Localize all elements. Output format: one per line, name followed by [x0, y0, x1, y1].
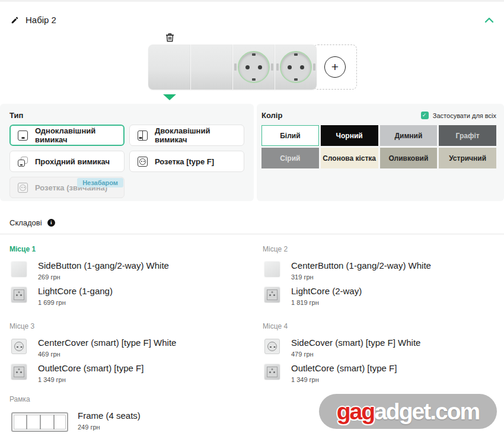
component-price: 249 грн	[78, 424, 141, 431]
component-item: SideButton (1-gang/2-way) White 269 грн	[9, 260, 250, 281]
type-option-label: Прохідний вимикач	[35, 157, 110, 166]
component-item: CenterCover (smart) [type F] White 469 г…	[9, 338, 250, 358]
coming-soon-badge: Незабаром	[77, 178, 123, 187]
group-label: Рамка	[9, 395, 250, 403]
plus-icon: +	[324, 56, 346, 78]
module-switch-1[interactable]	[148, 44, 190, 90]
cover-thumb-icon	[264, 339, 280, 354]
component-item: OutletCore (smart) [type F] 1 349 грн	[263, 363, 503, 383]
component-item: LightCore (2-way) 1 819 грн	[263, 286, 503, 306]
core-thumb-icon	[264, 287, 280, 303]
type-section-label: Тип	[9, 111, 244, 120]
trash-icon[interactable]	[165, 33, 174, 42]
group-label: Місце 2	[263, 245, 503, 253]
type-option-label: Одноклавішний вимикач	[35, 126, 123, 144]
core-thumb-icon	[11, 287, 27, 303]
apply-all-label: Застосувати для всіх	[433, 112, 496, 119]
core-thumb-icon	[264, 364, 280, 380]
gagadget-watermark: gagadget.com	[319, 394, 497, 429]
type-option-label: Двоклавішний вимикач	[155, 126, 244, 144]
type-option-pass-through[interactable]: Прохідний вимикач	[9, 151, 125, 172]
swatch-black[interactable]: Чорний	[321, 125, 378, 146]
type-option-socket-regular: Розетка (звичайна) Незабаром	[9, 177, 125, 198]
group-label: Місце 1	[9, 245, 250, 253]
two-gang-switch-icon	[138, 131, 148, 141]
one-gang-switch-icon	[18, 131, 28, 141]
component-title: OutletCore (smart) [type F]	[38, 363, 143, 373]
module-switch-2[interactable]	[190, 44, 232, 90]
core-thumb-icon	[11, 364, 27, 380]
component-group-place-2: Місце 2 CenterButton (1-gang/2-way) Whit…	[263, 245, 503, 311]
checkbox-checked-icon[interactable]	[421, 112, 429, 119]
components-header: Складові	[9, 218, 55, 227]
pencil-edit-icon[interactable]	[11, 16, 19, 24]
type-option-socket-type-f[interactable]: Розетка [type F]	[129, 151, 244, 172]
swatch-oyster[interactable]: Устричний	[439, 148, 496, 168]
component-price: 269 грн	[38, 273, 169, 281]
component-item: OutletCore (smart) [type F] 1 349 грн	[9, 363, 250, 383]
type-panel: Тип Одноклавішний вимикач Двоклавішний в…	[0, 104, 254, 201]
component-group-frame: Рамка Frame (4 seats) 249 грн	[9, 395, 250, 436]
swatch-gray[interactable]: Сірий	[261, 148, 319, 168]
component-price: 1 349 грн	[291, 376, 397, 383]
socket-face-icon	[238, 51, 270, 83]
type-options: Одноклавішний вимикач Двоклавішний вимик…	[9, 125, 244, 198]
pass-through-switch-icon	[18, 157, 28, 167]
component-title: OutletCore (smart) [type F]	[291, 363, 397, 373]
module-socket-3[interactable]	[232, 44, 275, 90]
component-title: CenterCover (smart) [type F] White	[38, 338, 176, 348]
component-title: SideCover (smart) [type F] White	[291, 338, 420, 348]
component-item: Frame (4 seats) 249 грн	[9, 410, 250, 432]
component-group-place-4: Місце 4 SideCover (smart) [type F] White…	[263, 322, 503, 389]
swatch-white[interactable]: Білий	[261, 125, 319, 146]
cover-thumb-icon	[11, 339, 27, 354]
socket-regular-icon	[18, 183, 28, 193]
watermark-text-red: gag	[337, 399, 374, 425]
set-configurator: Набір 2	[0, 0, 504, 436]
set-preview: +	[148, 33, 363, 104]
component-item: LightCore (1-gang) 1 699 грн	[9, 286, 250, 306]
info-icon[interactable]	[47, 219, 55, 227]
module-socket-4[interactable]	[275, 44, 317, 90]
button-thumb-icon	[11, 262, 27, 277]
set-header: Набір 2	[11, 15, 56, 25]
type-option-one-gang[interactable]: Одноклавішний вимикач	[9, 125, 125, 146]
module-strip: +	[148, 44, 357, 90]
socket-face-icon	[280, 51, 312, 83]
component-price: 1 349 грн	[38, 376, 143, 383]
button-thumb-icon	[264, 262, 280, 277]
frame-thumb-icon	[11, 412, 68, 432]
color-swatches: Білий Чорний Димний Графіт Сірий Слонова…	[261, 125, 496, 168]
component-price: 469 грн	[38, 351, 176, 358]
group-label: Місце 4	[263, 322, 503, 330]
component-price: 1 699 грн	[38, 299, 113, 306]
add-module-button[interactable]: +	[313, 44, 357, 90]
color-section-label: Колір	[261, 111, 282, 120]
type-option-two-gang[interactable]: Двоклавішний вимикач	[129, 125, 244, 146]
components-label: Складові	[9, 218, 42, 227]
group-label: Місце 3	[9, 322, 250, 330]
chevron-up-icon[interactable]	[484, 16, 495, 24]
component-group-place-1: Місце 1 SideButton (1-gang/2-way) White …	[9, 245, 250, 311]
apply-all-checkbox-row[interactable]: Застосувати для всіх	[421, 112, 496, 119]
component-item: SideCover (smart) [type F] White 479 грн	[263, 338, 503, 358]
component-title: CenterButton (1-gang/2-way) White	[291, 260, 431, 270]
selected-module-pointer	[163, 94, 176, 100]
swatch-ivory[interactable]: Слонова кістка	[321, 148, 378, 168]
swatch-olive[interactable]: Оливковий	[380, 148, 438, 168]
component-title: LightCore (2-way)	[291, 286, 362, 296]
watermark-text-white: adget.com	[374, 399, 479, 425]
type-option-label: Розетка [type F]	[155, 157, 214, 166]
component-title: Frame (4 seats)	[78, 410, 141, 421]
component-price: 479 грн	[291, 351, 420, 358]
component-item: CenterButton (1-gang/2-way) White 319 гр…	[263, 260, 503, 281]
component-price: 319 грн	[291, 273, 431, 281]
socket-type-f-icon	[138, 157, 148, 167]
swatch-graphite[interactable]: Графіт	[439, 125, 496, 146]
component-group-place-3: Місце 3 CenterCover (smart) [type F] Whi…	[9, 322, 250, 389]
set-title: Набір 2	[25, 15, 56, 25]
color-panel: Колір Застосувати для всіх Білий Чорний …	[257, 104, 504, 201]
component-title: SideButton (1-gang/2-way) White	[38, 260, 169, 270]
swatch-smoke[interactable]: Димний	[380, 125, 438, 146]
component-price: 1 819 грн	[291, 299, 362, 306]
